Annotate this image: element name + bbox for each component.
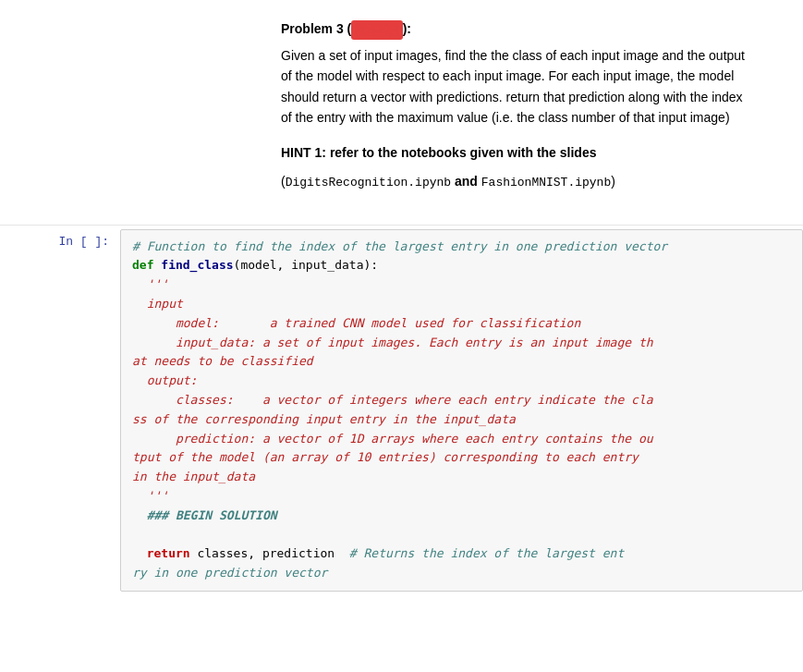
problem-heading-text: Problem 3 (	[281, 21, 351, 36]
problem-heading: Problem 3 (▓▓▓▓▓):	[281, 18, 748, 40]
hint-code-2: FashionMNIST.ipynb	[481, 176, 611, 189]
docstring-close: '''	[147, 489, 168, 503]
text-cell-content: Problem 3 (▓▓▓▓▓): Given a set of input …	[262, 9, 766, 215]
hint-end: )	[611, 174, 615, 189]
docstring-input: input	[147, 297, 183, 311]
docstring-classes: classes: a vector of integers where each…	[132, 393, 653, 426]
docstring-inputdata: input_data: a set of input images. Each …	[132, 336, 653, 369]
code-editor[interactable]: # Function to find the index of the larg…	[120, 229, 803, 592]
hint-and: and	[451, 174, 481, 189]
return-values: classes, prediction	[197, 546, 335, 560]
docstring-model: model: a trained CNN model used for clas…	[176, 316, 580, 330]
notebook: Problem 3 (▓▓▓▓▓): Given a set of input …	[0, 0, 803, 595]
def-keyword: def	[132, 258, 153, 272]
problem-heading-end: ):	[403, 21, 411, 36]
return-keyword: return	[147, 546, 190, 560]
hint-heading: HINT 1: refer to the notebooks given wit…	[281, 142, 748, 163]
redacted-text: ▓▓▓▓▓	[351, 20, 402, 40]
code-cell: In [ ]: # Function to find the index of …	[0, 225, 803, 595]
docstring-prediction: prediction: a vector of 1D arrays where …	[132, 432, 653, 484]
code-content: # Function to find the index of the larg…	[132, 238, 791, 583]
comment-line: # Function to find the index of the larg…	[132, 239, 667, 253]
text-cell: Problem 3 (▓▓▓▓▓): Given a set of input …	[0, 0, 803, 225]
docstring-open: '''	[147, 277, 168, 291]
hint-code-1: DigitsRecognition.ipynb	[286, 176, 451, 189]
hint-text: (DigitsRecognition.ipynb and FashionMNIS…	[281, 171, 748, 193]
cell-label: In [ ]:	[0, 229, 120, 249]
problem-description: Given a set of input images, find the th…	[281, 45, 748, 128]
docstring-output: output:	[147, 373, 198, 387]
function-name: find_class	[161, 258, 233, 272]
begin-solution-comment: ### BEGIN SOLUTION	[147, 508, 277, 522]
